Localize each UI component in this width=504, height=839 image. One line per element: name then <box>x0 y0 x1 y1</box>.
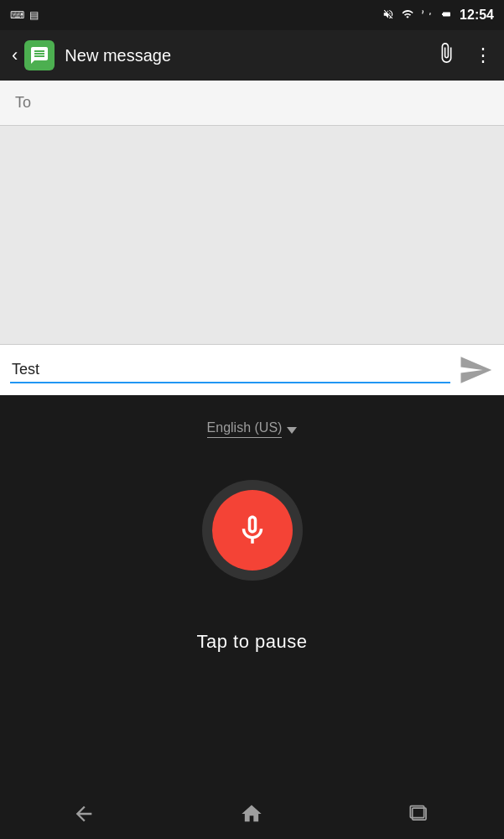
text-input-row <box>0 344 504 395</box>
signal-icon <box>421 8 433 23</box>
status-bar: ⌨ ▤ 12:54 <box>0 0 504 30</box>
app-bar-actions: ⋮ <box>435 42 492 69</box>
language-label: English (US) <box>207 420 283 438</box>
status-bar-left: ⌨ ▤ <box>10 9 382 21</box>
voice-panel: English (US) Tap to pause <box>0 395 504 789</box>
attach-button[interactable] <box>435 42 457 69</box>
tap-to-pause-label: Tap to pause <box>197 631 308 653</box>
more-button[interactable]: ⋮ <box>474 44 492 66</box>
battery-icon <box>439 9 453 22</box>
nav-bar <box>0 789 504 839</box>
app-bar: ‹ New message ⋮ <box>0 30 504 81</box>
mic-inner-circle <box>212 490 293 571</box>
nav-home-button[interactable] <box>240 802 263 826</box>
wifi-icon <box>401 8 414 23</box>
language-dropdown-arrow <box>287 427 297 434</box>
status-time: 12:54 <box>460 8 494 23</box>
mic-button[interactable] <box>202 480 303 581</box>
status-bar-right: 12:54 <box>382 8 494 23</box>
keyboard-icon: ⌨ <box>10 9 24 21</box>
to-field-container <box>0 81 504 126</box>
notification-icon: ▤ <box>29 9 39 21</box>
message-text-input[interactable] <box>10 357 450 383</box>
message-area <box>0 81 504 395</box>
mute-icon <box>382 8 394 23</box>
to-input[interactable] <box>15 94 489 112</box>
app-bar-title: New message <box>65 46 435 65</box>
nav-back-button[interactable] <box>72 802 96 826</box>
message-body <box>0 126 504 344</box>
language-selector[interactable]: English (US) <box>207 420 298 438</box>
main-content: ‹ New message ⋮ <box>0 30 504 789</box>
back-button[interactable]: ‹ <box>12 44 18 66</box>
nav-recent-button[interactable] <box>408 802 432 826</box>
send-button[interactable] <box>457 352 494 388</box>
app-icon <box>24 40 55 70</box>
